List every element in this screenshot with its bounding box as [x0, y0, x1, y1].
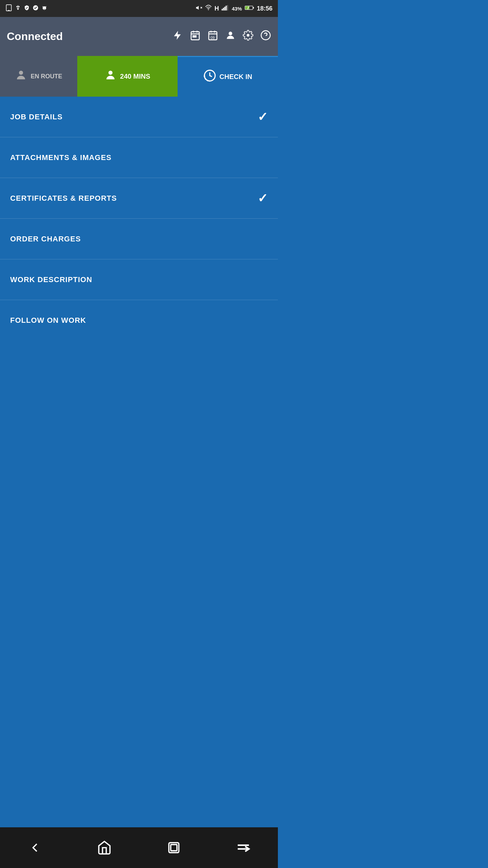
- h-network-icon: H: [215, 5, 219, 12]
- tab-check-in-label: CHECK IN: [220, 73, 252, 81]
- job-details-label: JOB DETAILS: [10, 113, 63, 121]
- svg-point-32: [19, 71, 23, 75]
- section-order-charges[interactable]: ORDER CHARGES: [0, 219, 278, 259]
- time-display: 18:56: [257, 5, 272, 12]
- svg-point-2: [18, 9, 19, 10]
- battery-icon: [245, 5, 254, 12]
- person-active-icon: [104, 69, 117, 84]
- job-details-check-icon: ✓: [258, 110, 268, 124]
- certificates-label: CERTIFICATES & REPORTS: [10, 194, 117, 203]
- help-icon[interactable]: [260, 30, 271, 43]
- status-bar: H 43% 18:56: [0, 0, 278, 17]
- section-job-details[interactable]: JOB DETAILS ✓: [0, 97, 278, 137]
- volume-mute-icon: [196, 4, 202, 13]
- tab-240mins[interactable]: 240 MINS: [77, 56, 178, 97]
- battery-percent: 43%: [232, 6, 242, 12]
- follow-on-work-label: FOLLOW ON WORK: [10, 316, 86, 325]
- check-circle-icon: [33, 5, 39, 12]
- status-bar-left: [5, 4, 47, 13]
- tab-bar: EN ROUTE 240 MINS CHECK IN: [0, 56, 278, 97]
- tab-check-in[interactable]: CHECK IN: [178, 56, 278, 97]
- calendar-icon[interactable]: [190, 30, 201, 43]
- tab-en-route-label: EN ROUTE: [30, 73, 62, 80]
- svg-rect-8: [222, 9, 223, 11]
- person-icon[interactable]: [225, 30, 236, 43]
- svg-rect-14: [253, 7, 254, 9]
- section-attachments[interactable]: ATTACHMENTS & IMAGES: [0, 137, 278, 178]
- tab-240mins-label: 240 MINS: [120, 73, 150, 80]
- svg-point-29: [229, 32, 232, 35]
- section-work-description[interactable]: WORK DESCRIPTION: [0, 259, 278, 300]
- svg-point-33: [108, 71, 113, 75]
- header-icons: 09: [172, 30, 271, 43]
- svg-rect-12: [227, 5, 228, 11]
- flash-icon[interactable]: [172, 30, 183, 43]
- order-charges-label: ORDER CHARGES: [10, 235, 81, 243]
- svg-point-7: [208, 9, 209, 11]
- person-tab-icon: [15, 69, 27, 84]
- section-follow-on-work[interactable]: FOLLOW ON WORK: [0, 300, 278, 341]
- status-bar-right: H 43% 18:56: [196, 4, 272, 13]
- section-certificates[interactable]: CERTIFICATES & REPORTS ✓: [0, 178, 278, 219]
- devil-icon: [41, 5, 47, 12]
- calendar-date-icon[interactable]: 09: [207, 30, 218, 43]
- svg-rect-0: [6, 5, 12, 11]
- svg-rect-10: [224, 7, 225, 11]
- main-content: JOB DETAILS ✓ ATTACHMENTS & IMAGES CERTI…: [0, 97, 278, 385]
- clock-icon: [203, 69, 216, 84]
- usb-icon: [15, 5, 21, 12]
- tablet-icon: [5, 4, 12, 13]
- attachments-label: ATTACHMENTS & IMAGES: [10, 153, 111, 162]
- work-description-label: WORK DESCRIPTION: [10, 275, 92, 284]
- header: Connected 09: [0, 17, 278, 56]
- svg-rect-22: [193, 36, 194, 37]
- svg-text:09: 09: [210, 36, 215, 40]
- wifi-icon: [205, 4, 212, 13]
- shield-icon: [24, 5, 30, 12]
- svg-rect-11: [226, 6, 227, 11]
- header-title: Connected: [7, 30, 167, 43]
- signal-icon: [222, 5, 229, 12]
- certificates-check-icon: ✓: [258, 191, 268, 205]
- svg-rect-23: [195, 36, 196, 37]
- svg-rect-9: [223, 8, 224, 11]
- tab-en-route[interactable]: EN ROUTE: [0, 56, 77, 97]
- gear-icon[interactable]: [243, 30, 253, 43]
